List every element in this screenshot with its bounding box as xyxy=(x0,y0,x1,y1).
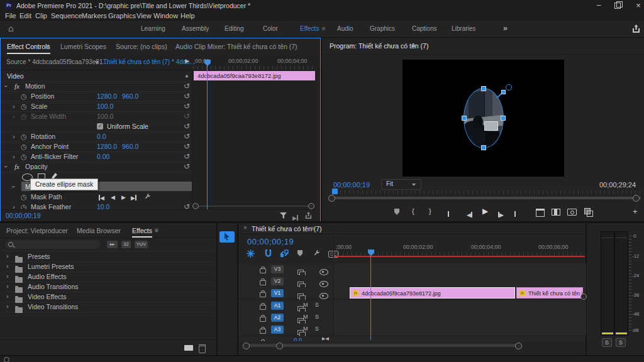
scroll-handle-mid[interactable] xyxy=(276,343,283,349)
workspace-tab-audio[interactable]: Audio xyxy=(337,25,353,32)
workspace-effects-menu-icon[interactable]: ≡ xyxy=(322,25,326,32)
tab-project[interactable]: Project: Vietproducer xyxy=(6,227,68,234)
workspace-overflow-icon[interactable]: » xyxy=(503,24,508,33)
sync-lock-icon[interactable] xyxy=(297,293,304,299)
tab-media-browser[interactable]: Media Browser xyxy=(77,227,121,234)
mask-handle-top[interactable] xyxy=(481,86,486,91)
stopwatch-icon[interactable]: ◷ xyxy=(21,91,27,101)
timeline-settings-wrench-icon[interactable] xyxy=(313,250,320,257)
folder-row-video-transitions[interactable]: › Video Transitions xyxy=(3,302,214,312)
folder-row-lumetri-presets[interactable]: › Lumetri Presets xyxy=(3,261,214,272)
stopwatch-icon[interactable]: ◷ xyxy=(21,151,27,162)
sequence-clip-label[interactable]: Thiết kế chưa có tên (7) * 4dcb... xyxy=(103,58,195,65)
track-content-v3[interactable] xyxy=(333,263,586,275)
workspace-tab-assembly[interactable]: Assembly xyxy=(182,25,209,32)
timeline-timecode[interactable]: 00;00;00;19 xyxy=(247,237,294,246)
twirl-closed-icon[interactable]: › xyxy=(6,262,9,270)
ec-playhead-head[interactable] xyxy=(204,60,211,66)
motion-label[interactable]: Motion xyxy=(25,81,45,91)
sync-lock-icon[interactable] xyxy=(297,270,304,275)
track-target-v2[interactable]: V2 xyxy=(271,277,284,285)
folder-label[interactable]: Lumetri Presets xyxy=(28,263,74,270)
mark-out-icon[interactable]: } xyxy=(429,207,431,215)
scroll-handle-left[interactable] xyxy=(243,343,250,349)
stopwatch-icon[interactable]: ◷ xyxy=(21,141,27,151)
program-playhead[interactable] xyxy=(332,189,338,194)
scale-value[interactable]: 100.0 xyxy=(97,101,113,111)
search-input[interactable] xyxy=(16,241,97,249)
collapse-panel-icon[interactable]: ▲ xyxy=(184,71,189,81)
menu-file[interactable]: File xyxy=(5,12,16,19)
timeline-playhead-line[interactable] xyxy=(370,251,371,340)
twirl-closed-icon[interactable]: › xyxy=(13,151,15,162)
effects-search-box[interactable] xyxy=(5,240,101,249)
v-scroll-handle[interactable] xyxy=(580,293,587,300)
menu-help[interactable]: Help xyxy=(180,12,195,19)
toggle-track-output-eye-icon[interactable] xyxy=(319,293,328,299)
scrubber-end-left[interactable] xyxy=(328,195,335,202)
ec-zoom-handle-right[interactable] xyxy=(308,203,314,209)
reset-motion-icon[interactable]: ↺ xyxy=(184,81,190,91)
step-back-icon[interactable]: ◀ xyxy=(467,209,472,220)
ec-zoom-handle-left[interactable] xyxy=(192,203,199,209)
ec-row-motion[interactable]: › fx Motion ↺ xyxy=(1,81,192,92)
track-target-v1[interactable]: V1 xyxy=(271,289,284,297)
folder-label[interactable]: Video Transitions xyxy=(28,303,78,310)
ec-playhead-line[interactable] xyxy=(207,62,208,209)
menu-markers[interactable]: Markers xyxy=(82,12,107,19)
32bit-color-badge[interactable]: 32 xyxy=(121,241,131,248)
mask-tracking-wrench-icon[interactable] xyxy=(143,193,151,200)
lock-icon[interactable] xyxy=(260,280,266,285)
master-level-value[interactable]: 0.0 xyxy=(294,336,302,341)
solo-button[interactable]: S xyxy=(315,326,319,332)
menu-window[interactable]: Window xyxy=(153,12,178,19)
stopwatch-icon[interactable]: ◷ xyxy=(21,192,27,202)
folder-label[interactable]: Video Effects xyxy=(28,293,67,300)
add-marker-icon[interactable] xyxy=(297,250,303,256)
track-content-a2[interactable] xyxy=(333,312,586,323)
add-marker-icon[interactable] xyxy=(394,209,399,215)
timeline-ruler[interactable]: ;00;00 00;00;02;00 00;00;04;00 00;00;06;… xyxy=(333,236,586,258)
reset-uniform-scale-icon[interactable]: ↺ xyxy=(184,121,190,131)
reset-anti-flicker-icon[interactable]: ↺ xyxy=(184,151,190,162)
scrubber-end-right[interactable] xyxy=(633,195,640,202)
reset-rotation-icon[interactable]: ↺ xyxy=(184,131,190,141)
ec-timecode[interactable]: 00;00;00;19 xyxy=(6,212,40,219)
program-timecode[interactable]: 00;00;00;19 xyxy=(333,181,370,189)
home-icon[interactable]: ⌂ xyxy=(8,23,13,33)
twirl-open-icon[interactable]: › xyxy=(9,185,19,188)
folder-row-audio-transitions[interactable]: › Audio Transitions xyxy=(3,282,214,292)
extract-icon[interactable] xyxy=(552,209,560,216)
solo-button[interactable]: S xyxy=(315,302,319,308)
mask-expansion-handle[interactable] xyxy=(506,84,512,90)
mute-button[interactable]: M xyxy=(303,314,308,320)
lock-icon[interactable] xyxy=(260,268,266,273)
anchor-x-value[interactable]: 1280.0 xyxy=(97,141,117,151)
folder-label[interactable]: Audio Effects xyxy=(28,273,67,280)
solo-left-button[interactable]: S xyxy=(602,338,612,347)
lock-icon[interactable] xyxy=(260,329,266,334)
nest-sequence-icon[interactable] xyxy=(247,250,255,258)
tab-audio-clip-mixer[interactable]: Audio Clip Mixer: Thiết kế chưa có tên (… xyxy=(175,43,297,50)
tab-effects[interactable]: Effects xyxy=(132,227,152,238)
export-share-icon[interactable] xyxy=(632,25,640,33)
twirl-open-icon[interactable]: › xyxy=(1,85,11,87)
play-in-to-out-icon[interactable]: ▶ xyxy=(292,212,298,223)
sync-status-icon[interactable] xyxy=(4,357,9,362)
snap-magnet-icon[interactable] xyxy=(264,250,272,258)
lift-icon[interactable] xyxy=(536,209,545,217)
delete-trash-icon[interactable] xyxy=(199,344,206,353)
twirl-closed-icon[interactable]: › xyxy=(6,252,9,260)
workspace-tab-color[interactable]: Color xyxy=(263,25,278,32)
mask-feather-handle[interactable] xyxy=(501,90,506,94)
twirl-closed-icon[interactable]: › xyxy=(6,282,9,290)
track-content-v1[interactable]: fx 4dcbcada05f9caa793e8172.jpg fx Thiết … xyxy=(333,287,586,299)
selection-tool[interactable] xyxy=(219,231,235,243)
track-target-a2[interactable]: A2 xyxy=(271,314,284,322)
linked-selection-icon[interactable] xyxy=(280,250,289,258)
menu-clip[interactable]: Clip xyxy=(35,12,47,19)
accelerated-effects-badge[interactable]: ▸▸ xyxy=(107,241,118,248)
tab-effect-controls[interactable]: Effect Controls xyxy=(7,43,50,54)
fit-dropdown[interactable]: Fit xyxy=(381,179,421,190)
panel-menu-icon[interactable]: ≡ xyxy=(311,225,314,232)
